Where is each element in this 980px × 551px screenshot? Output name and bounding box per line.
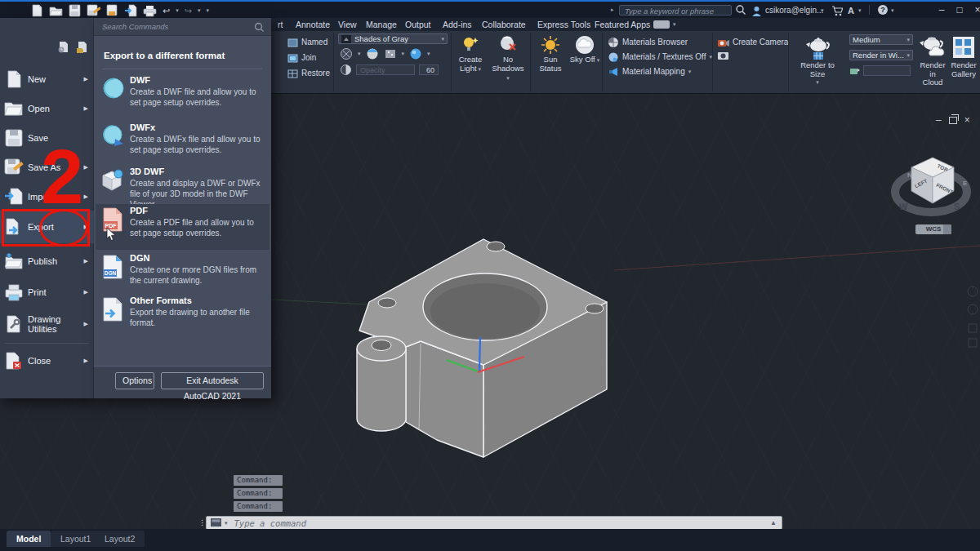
minimize-button[interactable]: – bbox=[934, 3, 949, 16]
export-option-dwfx[interactable]: DWFx Create a DWFx file and allow you to… bbox=[96, 121, 270, 165]
options-button[interactable]: Options bbox=[115, 372, 154, 389]
xray-mode-icon[interactable] bbox=[340, 47, 353, 60]
xray-dropdown-icon[interactable]: ▾ bbox=[358, 51, 361, 57]
menu-item-print[interactable]: Print▶ bbox=[0, 278, 94, 307]
help-search-input[interactable]: Type a keyword or phrase bbox=[619, 5, 732, 16]
import-icon[interactable] bbox=[124, 4, 137, 17]
3d-model[interactable] bbox=[357, 239, 607, 457]
compass-e[interactable]: E bbox=[963, 180, 968, 187]
sphere-dropdown-icon[interactable]: ▾ bbox=[427, 51, 430, 57]
save-icon[interactable] bbox=[69, 4, 81, 17]
account-dropdown-icon[interactable]: ▾ bbox=[821, 7, 824, 14]
tab-layout1[interactable]: Layout1 bbox=[51, 531, 100, 547]
export-option-other-formats[interactable]: Other Formats Export the drawing to anot… bbox=[96, 294, 270, 336]
sun-status-button[interactable]: Sun Status bbox=[532, 34, 568, 73]
new-icon[interactable] bbox=[31, 4, 43, 17]
command-dropdown-icon[interactable]: ▾ bbox=[225, 520, 228, 527]
tab-collaborate[interactable]: Collaborate bbox=[480, 18, 528, 31]
render-environment-icon[interactable] bbox=[849, 66, 861, 76]
recent-documents-icon[interactable] bbox=[57, 41, 69, 53]
sky-off-button[interactable]: Sky Off ▾ bbox=[567, 34, 603, 65]
help-icon[interactable]: ? bbox=[877, 4, 889, 19]
plot-icon[interactable] bbox=[106, 4, 118, 17]
tab-model[interactable]: Model bbox=[7, 531, 51, 547]
app-menu-search[interactable]: Search Commands bbox=[94, 18, 271, 36]
create-light-button[interactable]: Create Light ▾ bbox=[452, 34, 488, 73]
command-scroll-up-icon[interactable]: ▲ bbox=[770, 519, 777, 527]
export-option-3ddwf[interactable]: 3D DWF Create and display a DWF or DWFx … bbox=[96, 165, 270, 206]
export-option-dwf[interactable]: DWF Create a DWF file and allow you to s… bbox=[96, 73, 270, 119]
viewport-restore-button[interactable]: Restore bbox=[287, 66, 330, 81]
exit-button[interactable]: Exit Autodesk AutoCAD 2021 bbox=[161, 372, 264, 389]
command-prompt-icon[interactable] bbox=[211, 518, 223, 527]
redo-dropdown-icon[interactable]: ▾ bbox=[198, 7, 201, 14]
viewport-join-button[interactable]: Join bbox=[287, 51, 316, 65]
visual-style-dropdown[interactable]: Shades of Gray ▾ bbox=[338, 33, 448, 44]
opacity-toggle-icon[interactable] bbox=[340, 64, 352, 76]
undo-icon[interactable]: ↩ bbox=[163, 4, 170, 17]
ribbon-state-icon[interactable] bbox=[653, 20, 670, 29]
autodesk-logo-icon[interactable]: A bbox=[848, 4, 854, 17]
save-as-icon[interactable] bbox=[87, 4, 100, 17]
autodesk-dropdown-icon[interactable]: ▾ bbox=[858, 7, 862, 14]
render-target-dropdown[interactable]: Render in Wi...▾ bbox=[849, 50, 913, 60]
undo-dropdown-icon[interactable]: ▾ bbox=[176, 7, 179, 14]
tab-output[interactable]: Output bbox=[403, 18, 433, 31]
drawing-minimize-icon[interactable]: – bbox=[936, 114, 942, 126]
textures-cube-icon[interactable] bbox=[384, 47, 397, 60]
tab-view[interactable]: View bbox=[336, 18, 359, 31]
opacity-slider[interactable]: Opacity bbox=[356, 64, 415, 75]
compass-s[interactable]: S bbox=[954, 202, 960, 211]
help-dropdown-icon[interactable]: ▾ bbox=[891, 7, 894, 14]
tab-insert[interactable]: rt bbox=[276, 18, 284, 31]
open-icon[interactable] bbox=[49, 4, 63, 17]
textures-dropdown-icon[interactable]: ▾ bbox=[402, 51, 405, 57]
menu-item-drawing-utilities[interactable]: Drawing Utilities▶ bbox=[0, 309, 94, 340]
qat-customize-icon[interactable]: ▾ bbox=[206, 7, 209, 14]
menu-search-icon[interactable] bbox=[254, 22, 265, 33]
opacity-value[interactable]: 60 bbox=[419, 64, 439, 75]
materials-textures-button[interactable]: Materials / Textures Off ▾ bbox=[608, 50, 712, 64]
export-option-pdf[interactable]: PDF PDF Create a PDF file and allow you … bbox=[96, 204, 270, 250]
viewport-named-button[interactable]: Named bbox=[287, 35, 327, 50]
materials-sphere-icon[interactable] bbox=[409, 47, 422, 60]
tab-featured-apps[interactable]: Featured Apps bbox=[593, 18, 652, 31]
wcs-dropdown[interactable]: WCS bbox=[915, 224, 951, 234]
render-in-cloud-button[interactable]: Render in Cloud bbox=[916, 33, 949, 87]
tab-manage[interactable]: Manage bbox=[364, 18, 399, 31]
close-button[interactable]: × bbox=[970, 3, 980, 16]
render-gallery-button[interactable]: Render Gallery bbox=[947, 33, 980, 78]
render-to-size-button[interactable]: Render to Size ▾ bbox=[794, 33, 841, 87]
redo-icon[interactable]: ↪ bbox=[185, 4, 192, 17]
open-documents-icon[interactable] bbox=[76, 41, 88, 53]
tab-addins[interactable]: Add-ins bbox=[441, 18, 474, 31]
menu-item-close[interactable]: Close▶ bbox=[0, 346, 94, 375]
no-shadows-button[interactable]: No Shadows ▾ bbox=[490, 34, 526, 83]
render-environment-field[interactable] bbox=[863, 65, 911, 76]
tab-express-tools[interactable]: Express Tools bbox=[536, 18, 592, 31]
ribbon-minimize-icon[interactable]: ▾ bbox=[673, 21, 676, 28]
search-icon[interactable] bbox=[735, 4, 746, 19]
material-mapping-button[interactable]: Material Mapping ▾ bbox=[608, 64, 691, 79]
command-input[interactable]: ▾ Type a command ▲ bbox=[206, 516, 782, 530]
drawing-close-icon[interactable]: × bbox=[964, 114, 970, 126]
search-expand-icon[interactable]: ▸ bbox=[611, 7, 614, 13]
render-quality-dropdown[interactable]: Medium▾ bbox=[849, 34, 913, 45]
camera-display-toggle[interactable] bbox=[717, 51, 729, 60]
maximize-button[interactable]: □ bbox=[952, 3, 967, 16]
navigation-bar[interactable] bbox=[968, 287, 978, 347]
menu-item-publish[interactable]: Publish▶ bbox=[0, 247, 94, 276]
export-option-dgn[interactable]: DGN DGN Create one or more DGN files fro… bbox=[96, 251, 270, 294]
drawing-restore-icon[interactable] bbox=[949, 117, 957, 124]
tab-layout2[interactable]: Layout2 bbox=[95, 531, 145, 547]
print-icon[interactable] bbox=[143, 4, 157, 17]
menu-item-new[interactable]: New▶ bbox=[0, 65, 94, 93]
menu-item-open[interactable]: Open▶ bbox=[0, 95, 94, 122]
materials-browser-button[interactable]: Materials Browser bbox=[608, 35, 688, 50]
view-cube[interactable]: N E S W TOP LEFT FRONT bbox=[895, 158, 968, 212]
tab-annotate[interactable]: Annotate bbox=[294, 18, 332, 31]
account-label[interactable]: csikora@elgin... bbox=[765, 4, 823, 17]
create-camera-button[interactable]: Create Camera bbox=[717, 35, 788, 50]
compass-w[interactable]: W bbox=[899, 202, 908, 211]
shaded-sphere-icon[interactable] bbox=[366, 47, 379, 60]
